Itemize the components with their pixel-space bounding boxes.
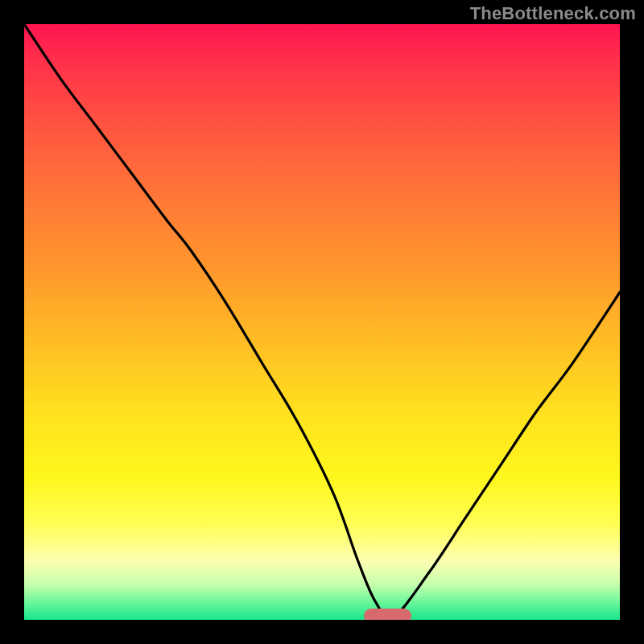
curve-path bbox=[24, 24, 620, 618]
plot-area bbox=[24, 24, 620, 620]
bottleneck-curve bbox=[24, 24, 620, 620]
sweet-spot-marker bbox=[364, 609, 411, 620]
watermark-text: TheBottleneck.com bbox=[470, 3, 636, 24]
chart-frame: TheBottleneck.com bbox=[0, 0, 644, 644]
